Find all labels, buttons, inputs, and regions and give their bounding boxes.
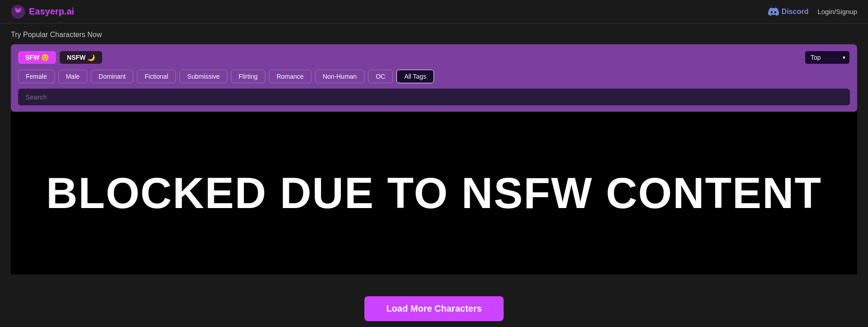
tag-oc[interactable]: OC: [368, 70, 393, 83]
search-input[interactable]: [18, 89, 850, 105]
tag-dominant[interactable]: Dominant: [91, 70, 133, 83]
login-signup-link[interactable]: Login/Signup: [817, 8, 857, 15]
sort-wrapper: Top New Trending: [805, 51, 850, 64]
load-more-wrapper: Load More Characters: [11, 289, 857, 327]
tag-fictional[interactable]: Fictional: [137, 70, 176, 83]
main-content: Try Popular Characters Now SFW 😊 NSFW 🌙 …: [0, 24, 868, 327]
sort-select[interactable]: Top New Trending: [805, 51, 850, 64]
navbar-right: Discord Login/Signup: [768, 6, 857, 17]
tag-submissive[interactable]: Submissive: [179, 70, 227, 83]
tag-romance[interactable]: Romance: [269, 70, 311, 83]
nsfw-button[interactable]: NSFW 🌙: [60, 51, 102, 64]
svg-point-1: [15, 8, 18, 11]
filter-mode-buttons: SFW 😊 NSFW 🌙: [18, 51, 102, 64]
sfw-button[interactable]: SFW 😊: [18, 51, 56, 64]
filter-top-row: SFW 😊 NSFW 🌙 Top New Trending: [18, 51, 850, 64]
logo-text: Easyerp.ai: [29, 6, 74, 17]
filter-tags-row: Female Male Dominant Fictional Submissiv…: [18, 70, 850, 83]
svg-point-2: [19, 8, 21, 11]
blocked-message: BLOCKED DUE TO NSFW CONTENT: [46, 168, 822, 218]
logo-icon: [11, 5, 25, 19]
page-subtitle: Try Popular Characters Now: [11, 31, 857, 39]
discord-icon: [768, 6, 779, 17]
tag-all-tags[interactable]: All Tags: [396, 70, 434, 83]
blocked-area: BLOCKED DUE TO NSFW CONTENT: [11, 112, 857, 275]
filter-bar: SFW 😊 NSFW 🌙 Top New Trending Female Mal…: [11, 44, 857, 112]
load-more-button[interactable]: Load More Characters: [364, 296, 503, 321]
tag-female[interactable]: Female: [18, 70, 55, 83]
discord-link[interactable]: Discord: [768, 6, 809, 17]
navbar: Easyerp.ai Discord Login/Signup: [0, 0, 868, 24]
tag-male[interactable]: Male: [58, 70, 87, 83]
discord-label: Discord: [782, 8, 809, 16]
tag-flirting[interactable]: Flirting: [231, 70, 265, 83]
tag-non-human[interactable]: Non-Human: [315, 70, 364, 83]
logo-area: Easyerp.ai: [11, 5, 74, 19]
